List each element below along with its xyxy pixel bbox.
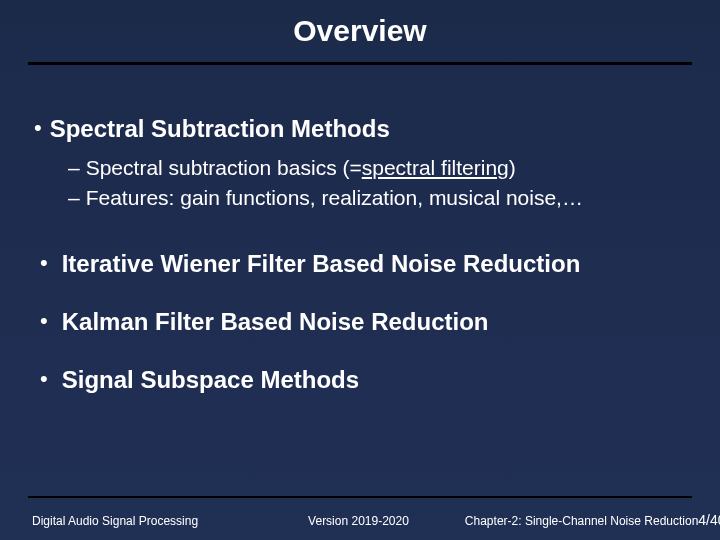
sub-text-underlined: spectral filtering (362, 156, 509, 179)
slide-footer: Digital Audio Signal Processing Version … (0, 512, 720, 528)
bullet-iterative-wiener: •Iterative Wiener Filter Based Noise Red… (40, 250, 696, 278)
lower-bullet-list: •Iterative Wiener Filter Based Noise Red… (24, 250, 696, 394)
bullet-dot-icon: • (34, 115, 42, 140)
footer-page-number: 4/40 (698, 512, 720, 528)
footer-version: Version 2019-2020 (308, 514, 409, 528)
sub-bullet-list: –Spectral subtraction basics (=spectral … (68, 153, 696, 214)
slide-title: Overview (0, 0, 720, 58)
sub-text: Features: gain functions, realization, m… (86, 186, 583, 209)
sub-bullet-basics: –Spectral subtraction basics (=spectral … (68, 153, 696, 183)
bullet-spectral-subtraction: •Spectral Subtraction Methods (34, 115, 696, 143)
slide-content: •Spectral Subtraction Methods –Spectral … (0, 65, 720, 394)
bullet-text: Kalman Filter Based Noise Reduction (62, 308, 489, 335)
bullet-kalman: •Kalman Filter Based Noise Reduction (40, 308, 696, 336)
dash-icon: – (68, 186, 80, 209)
footer-chapter: Chapter-2: Single-Channel Noise Reductio… (465, 514, 698, 528)
footer-divider (28, 496, 692, 498)
sub-text-post: ) (509, 156, 516, 179)
bullet-signal-subspace: •Signal Subspace Methods (40, 366, 696, 394)
bullet-text: Iterative Wiener Filter Based Noise Redu… (62, 250, 581, 277)
bullet-dot-icon: • (40, 250, 48, 275)
sub-bullet-features: –Features: gain functions, realization, … (68, 183, 696, 213)
sub-text-pre: Spectral subtraction basics (= (86, 156, 362, 179)
dash-icon: – (68, 156, 80, 179)
bullet-heading: Spectral Subtraction Methods (50, 115, 390, 142)
bullet-dot-icon: • (40, 366, 48, 391)
footer-course: Digital Audio Signal Processing (32, 514, 198, 528)
bullet-text: Signal Subspace Methods (62, 366, 359, 393)
bullet-dot-icon: • (40, 308, 48, 333)
